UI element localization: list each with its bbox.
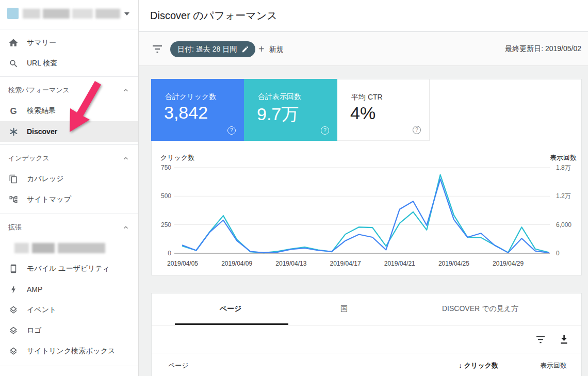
svg-text:2019/04/25: 2019/04/25 — [438, 260, 469, 267]
google-g-icon: G — [8, 106, 19, 116]
sidebar-item-search-results[interactable]: G 検索結果 — [0, 101, 138, 121]
sidebar-item-label: Discover — [27, 127, 57, 136]
sidebar-item-summary[interactable]: サマリー — [0, 32, 138, 53]
filter-icon[interactable] — [153, 45, 163, 53]
new-filter-label: 新規 — [269, 45, 284, 54]
dimensions-table-card: ページ 国 DISCOVER での見え方 ページ ↓クリッ — [151, 293, 582, 376]
new-filter-button[interactable]: + 新規 — [258, 41, 284, 57]
total-impressions-card[interactable]: 合計表示回数 9.7万 ? — [244, 79, 337, 141]
svg-text:500: 500 — [161, 192, 171, 200]
date-filter-chip[interactable]: 日付: 過去 28 日間 — [170, 41, 255, 57]
metric-value: 4% — [350, 103, 375, 123]
sidebar: サマリー URL 検査 検索パフォーマンス G 検索結果 — [0, 0, 139, 376]
svg-text:2019/04/21: 2019/04/21 — [384, 260, 415, 267]
metric-label: 平均 CTR — [351, 93, 383, 102]
help-icon[interactable]: ? — [413, 126, 421, 134]
sidebar-item-logos[interactable]: ロゴ — [0, 320, 138, 341]
section-enhancements[interactable]: 拡張 — [0, 217, 138, 238]
date-chip-label: 日付: 過去 28 日間 — [177, 45, 237, 54]
amp-icon — [8, 284, 19, 295]
section-header-label: インデックス — [8, 154, 50, 163]
sidebar-item-label: 検索結果 — [27, 106, 56, 116]
total-clicks-card[interactable]: 合計クリック数 3,842 ? — [151, 79, 244, 141]
svg-text:クリック数: クリック数 — [160, 154, 194, 161]
sidebar-item-label: カバレッジ — [27, 174, 64, 184]
sidebar-item-label: サイトリンク検索ボックス — [27, 347, 115, 356]
metric-value: 9.7万 — [257, 103, 299, 126]
coverage-icon — [8, 174, 19, 184]
layers-icon — [8, 305, 19, 315]
blurred-menu-label — [14, 243, 105, 253]
last-updated: 最終更新日: 2019/05/02 — [505, 44, 581, 54]
sidebar-item-sitelinks-searchbox[interactable]: サイトリンク検索ボックス — [0, 341, 138, 362]
property-favicon — [7, 8, 19, 19]
svg-text:2019/04/09: 2019/04/09 — [221, 260, 252, 267]
sidebar-item-label: ロゴ — [27, 326, 42, 335]
tab-discover-appearance[interactable]: DISCOVER での見え方 — [442, 304, 518, 314]
sidebar-item-label: イベント — [27, 305, 56, 315]
svg-text:表示回数: 表示回数 — [550, 154, 577, 161]
sidebar-item-label: URL 検査 — [27, 59, 57, 68]
metric-label: 合計クリック数 — [165, 92, 216, 102]
svg-text:2019/04/13: 2019/04/13 — [275, 260, 306, 267]
section-search-performance[interactable]: 検索パフォーマンス — [0, 80, 138, 101]
performance-chart: 002506,0005001.2万7501.8万クリック数表示回数2019/04… — [152, 152, 582, 275]
tab-pages[interactable]: ページ — [220, 304, 242, 314]
sort-descending-icon: ↓ — [459, 362, 462, 369]
chevron-up-icon — [122, 155, 129, 162]
page-header: Discover のパフォーマンス — [139, 0, 588, 31]
download-icon[interactable] — [559, 334, 569, 345]
section-index[interactable]: インデックス — [0, 148, 138, 169]
filter-bar: 日付: 過去 28 日間 + 新規 最終更新日: 2019/05/02 — [139, 32, 588, 66]
svg-text:2019/04/17: 2019/04/17 — [330, 260, 361, 267]
home-icon — [8, 38, 19, 48]
table-header-row: ページ ↓クリック数 表示回数 — [152, 353, 581, 376]
layers-icon — [8, 325, 19, 336]
sitemap-icon — [8, 194, 19, 205]
sidebar-item-sitemaps[interactable]: サイトマップ — [0, 189, 138, 210]
plus-icon: + — [258, 43, 265, 55]
svg-text:750: 750 — [161, 164, 171, 171]
table-filter-icon[interactable] — [536, 336, 545, 344]
svg-text:250: 250 — [161, 221, 171, 228]
svg-text:1.2万: 1.2万 — [556, 192, 571, 200]
sidebar-item-label: モバイル ユーザビリティ — [27, 264, 110, 273]
help-icon[interactable]: ? — [227, 126, 236, 135]
sidebar-item-amp[interactable]: AMP — [0, 279, 138, 300]
column-header-clicks[interactable]: ↓クリック数 — [459, 361, 498, 370]
tab-countries[interactable]: 国 — [340, 304, 348, 314]
blurred-menu-item[interactable] — [0, 238, 138, 258]
column-header-page[interactable]: ページ — [168, 361, 189, 370]
sidebar-item-events[interactable]: イベント — [0, 300, 138, 320]
svg-text:2019/04/05: 2019/04/05 — [167, 260, 198, 267]
edit-icon — [241, 45, 249, 53]
metric-value: 3,842 — [164, 103, 208, 123]
help-icon[interactable]: ? — [321, 126, 329, 135]
column-header-impressions[interactable]: 表示回数 — [540, 361, 567, 370]
svg-text:6,000: 6,000 — [556, 221, 571, 228]
discover-icon — [8, 126, 19, 137]
performance-card: 合計クリック数 3,842 ? 合計表示回数 9.7万 ? 平均 CTR 4% … — [151, 79, 582, 275]
table-toolbar — [152, 326, 581, 353]
blurred-property-name — [23, 9, 120, 19]
sidebar-item-mobile-usability[interactable]: モバイル ユーザビリティ — [0, 258, 138, 279]
search-icon — [8, 58, 19, 69]
svg-text:0: 0 — [556, 250, 560, 257]
sidebar-item-url-inspection[interactable]: URL 検査 — [0, 53, 138, 74]
sidebar-item-discover[interactable]: Discover — [0, 121, 138, 142]
svg-text:2019/04/29: 2019/04/29 — [493, 260, 524, 267]
section-header-label: 検索パフォーマンス — [8, 86, 70, 95]
metric-cards: 合計クリック数 3,842 ? 合計表示回数 9.7万 ? 平均 CTR 4% … — [151, 79, 582, 141]
page-title: Discover のパフォーマンス — [150, 9, 277, 23]
average-ctr-card[interactable]: 平均 CTR 4% ? — [337, 79, 430, 141]
search-console-app: サマリー URL 検査 検索パフォーマンス G 検索結果 — [0, 0, 588, 376]
property-selector[interactable] — [0, 0, 138, 29]
active-tab-indicator — [175, 323, 288, 325]
mobile-icon — [8, 264, 19, 274]
sidebar-item-coverage[interactable]: カバレッジ — [0, 169, 138, 189]
chevron-up-icon — [122, 87, 129, 94]
sidebar-item-label: サイトマップ — [27, 195, 71, 204]
sidebar-item-label: AMP — [27, 285, 42, 293]
dropdown-caret-icon — [124, 12, 129, 15]
section-header-label: 拡張 — [8, 223, 22, 232]
